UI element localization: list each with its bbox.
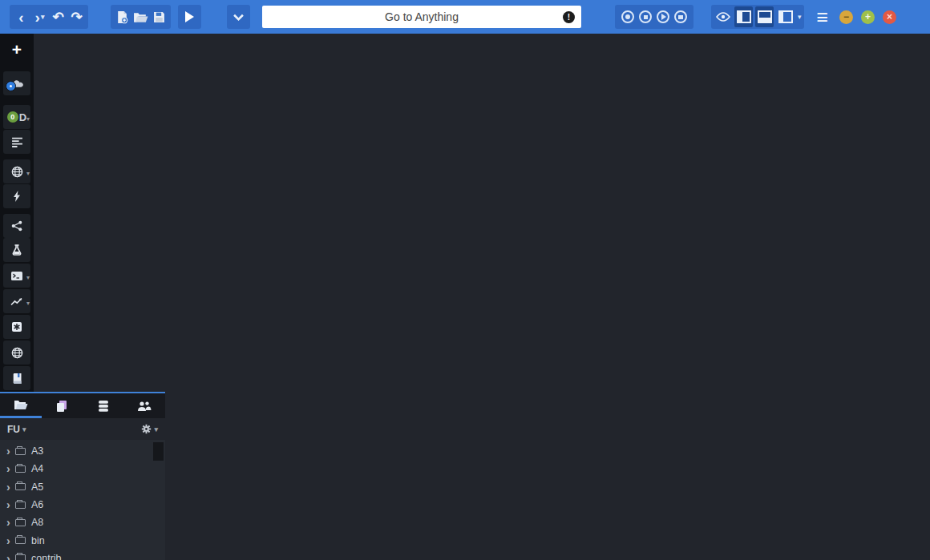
file-tree: ›A3 ›A4 ›A5 ›A6 ›A8 ›bin ›contrib ›doc ›… bbox=[0, 440, 165, 560]
quick-actions-button[interactable] bbox=[3, 184, 30, 208]
add-button[interactable]: + bbox=[3, 36, 30, 63]
tree-item-label: A3 bbox=[31, 445, 43, 457]
expand-chevron-icon[interactable]: › bbox=[6, 517, 15, 528]
chevron-down-icon: ▾ bbox=[26, 170, 30, 177]
macro-save-icon[interactable] bbox=[674, 10, 687, 23]
tree-row-folder[interactable]: ›contrib bbox=[0, 550, 165, 560]
places-sidebar: FU ▾ ▾ ›A3 ›A4 ›A5 ›A6 ›A8 ›bin ›contrib… bbox=[0, 392, 165, 560]
macro-record-icon[interactable] bbox=[621, 10, 634, 23]
tab-places[interactable] bbox=[0, 393, 42, 418]
back-button[interactable]: ‹ bbox=[12, 6, 30, 27]
pages-icon bbox=[56, 400, 67, 413]
view-dropdown-icon[interactable]: ▾ bbox=[798, 13, 802, 21]
main-toolbar: ‹ ›▾ ↶ ↷ Go to Anything ! bbox=[0, 0, 930, 34]
tab-databases[interactable] bbox=[83, 393, 124, 418]
sync-status-badge bbox=[6, 81, 16, 91]
toolbar-dropdown-button[interactable] bbox=[229, 6, 248, 27]
macro-stop-icon[interactable] bbox=[639, 10, 652, 23]
expand-chevron-icon[interactable]: › bbox=[6, 463, 15, 474]
tree-scrollbar-thumb[interactable] bbox=[153, 442, 164, 461]
eye-icon bbox=[716, 12, 730, 22]
lightning-icon bbox=[13, 190, 21, 203]
places-pane-header: FU ▾ ▾ bbox=[0, 418, 165, 440]
web-button[interactable] bbox=[3, 340, 30, 365]
left-pane-icon bbox=[737, 10, 751, 23]
preview-button[interactable] bbox=[714, 6, 732, 27]
expand-chevron-icon[interactable]: › bbox=[6, 445, 15, 457]
database-icon bbox=[98, 400, 109, 413]
save-button[interactable] bbox=[150, 6, 168, 27]
new-file-button[interactable] bbox=[113, 6, 131, 27]
people-icon bbox=[137, 401, 152, 412]
tab-open-files[interactable] bbox=[42, 393, 83, 418]
expand-chevron-icon[interactable]: › bbox=[6, 553, 15, 560]
chevron-down-icon: ▾ bbox=[22, 425, 26, 433]
tree-item-label: contrib bbox=[31, 553, 62, 560]
chevron-down-icon: ▾ bbox=[26, 115, 30, 123]
macro-play-icon[interactable] bbox=[657, 10, 669, 23]
run-button[interactable] bbox=[180, 6, 199, 27]
minimize-button[interactable]: − bbox=[839, 10, 853, 24]
komodo-ide-window: ‹ ›▾ ↶ ↷ Go to Anything ! bbox=[0, 0, 930, 560]
close-window-button[interactable]: × bbox=[883, 10, 896, 24]
open-folder-icon bbox=[14, 399, 28, 410]
expand-chevron-icon[interactable]: › bbox=[6, 535, 15, 546]
folder-icon bbox=[15, 519, 26, 526]
open-folder-icon bbox=[133, 11, 148, 23]
publishing-button[interactable]: ▾ bbox=[3, 159, 30, 183]
terminal-button[interactable]: ▾ bbox=[3, 264, 30, 288]
forward-dropdown-icon: ▾ bbox=[41, 13, 45, 21]
folder-icon bbox=[15, 537, 26, 544]
view-group: ▾ bbox=[711, 5, 804, 29]
redo-button[interactable]: ↷ bbox=[67, 6, 86, 27]
chevron-down-icon: ▾ bbox=[26, 274, 30, 281]
asterisk-box-icon bbox=[11, 321, 22, 332]
toggle-right-pane-button[interactable] bbox=[776, 6, 795, 27]
tree-item-label: A8 bbox=[31, 517, 43, 528]
packages-button[interactable] bbox=[3, 315, 30, 339]
debugger-button[interactable]: 0 D ▾ bbox=[3, 105, 30, 129]
save-icon bbox=[153, 11, 165, 23]
open-file-button[interactable] bbox=[131, 6, 150, 27]
tree-row-folder[interactable]: ›A8 bbox=[0, 514, 165, 531]
run-group bbox=[178, 5, 201, 29]
expand-chevron-icon[interactable]: › bbox=[6, 499, 15, 510]
share-icon bbox=[11, 220, 22, 232]
docs-button[interactable] bbox=[3, 366, 30, 390]
unit-testing-button[interactable] bbox=[3, 238, 30, 262]
tree-item-label: bin bbox=[31, 535, 45, 546]
outline-button[interactable] bbox=[3, 130, 30, 154]
chevron-down-icon: ▾ bbox=[154, 425, 158, 433]
toggle-left-pane-button[interactable] bbox=[734, 6, 753, 27]
debug-d-icon: D bbox=[19, 111, 26, 123]
tab-collaboration[interactable] bbox=[124, 393, 166, 418]
expand-chevron-icon[interactable]: › bbox=[6, 481, 15, 493]
maximize-button[interactable]: + bbox=[861, 10, 875, 24]
toggle-bottom-pane-button[interactable] bbox=[755, 6, 774, 27]
undo-button[interactable]: ↶ bbox=[49, 6, 67, 27]
tree-item-label: A6 bbox=[31, 499, 43, 510]
profiling-button[interactable]: ▾ bbox=[3, 289, 30, 313]
share-button[interactable] bbox=[3, 214, 30, 238]
search-placeholder: Go to Anything bbox=[385, 10, 459, 23]
debug-zero-icon: 0 bbox=[7, 111, 18, 123]
new-file-icon bbox=[116, 10, 128, 24]
chevron-down-icon bbox=[233, 14, 244, 21]
places-pane-dropdown[interactable]: FU bbox=[7, 424, 20, 435]
play-icon bbox=[185, 11, 194, 22]
go-to-anything-input[interactable]: Go to Anything ! bbox=[262, 6, 581, 28]
tree-row-folder[interactable]: ›A5 bbox=[0, 478, 165, 496]
search-info-icon[interactable]: ! bbox=[563, 11, 575, 23]
terminal-icon bbox=[10, 271, 23, 281]
tree-row-folder[interactable]: ›A3 bbox=[0, 442, 165, 460]
forward-button[interactable]: ›▾ bbox=[30, 6, 49, 27]
menu-button[interactable]: ≡ bbox=[817, 7, 829, 27]
sync-button[interactable] bbox=[3, 71, 30, 95]
book-icon bbox=[12, 373, 22, 385]
tree-row-folder[interactable]: ›bin bbox=[0, 531, 165, 549]
places-settings-button[interactable]: ▾ bbox=[141, 424, 158, 434]
bottom-pane-icon bbox=[758, 10, 772, 23]
tree-row-folder[interactable]: ›A4 bbox=[0, 460, 165, 477]
folder-icon bbox=[15, 465, 26, 473]
tree-row-folder[interactable]: ›A6 bbox=[0, 496, 165, 514]
